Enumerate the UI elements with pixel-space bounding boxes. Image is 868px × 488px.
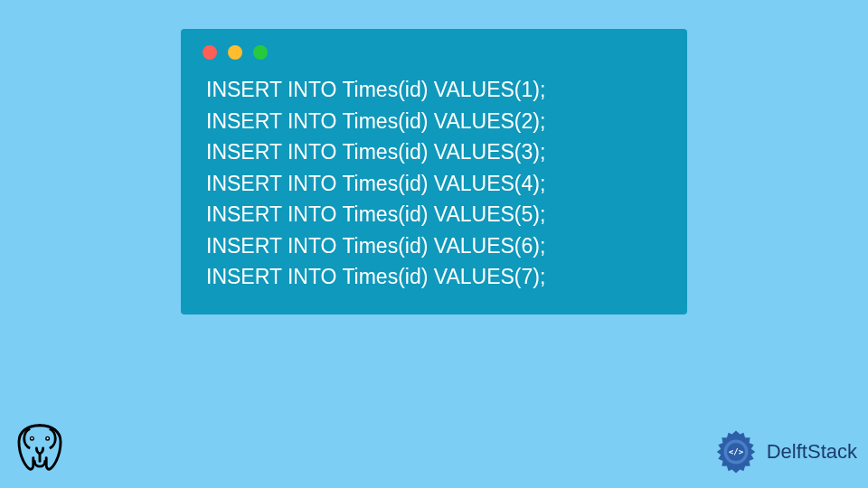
code-line: INSERT INTO Times(id) VALUES(2); xyxy=(206,106,665,137)
minimize-icon xyxy=(228,45,242,60)
code-line: INSERT INTO Times(id) VALUES(1); xyxy=(206,74,665,106)
delftstack-label: DelftStack xyxy=(767,440,857,464)
code-line: INSERT INTO Times(id) VALUES(7); xyxy=(206,261,665,293)
svg-point-0 xyxy=(31,436,34,440)
svg-point-1 xyxy=(46,436,50,440)
code-window: INSERT INTO Times(id) VALUES(1); INSERT … xyxy=(181,29,687,314)
postgresql-logo-icon xyxy=(7,416,72,481)
maximize-icon xyxy=(253,45,268,60)
delftstack-logo: </> DelftStack xyxy=(711,427,857,477)
svg-text:</>: </> xyxy=(729,447,743,456)
code-line: INSERT INTO Times(id) VALUES(5); xyxy=(206,199,665,230)
code-line: INSERT INTO Times(id) VALUES(6); xyxy=(206,230,665,262)
code-line: INSERT INTO Times(id) VALUES(4); xyxy=(206,168,665,200)
window-controls xyxy=(203,45,665,60)
code-content: INSERT INTO Times(id) VALUES(1); INSERT … xyxy=(203,74,665,293)
close-icon xyxy=(203,45,217,60)
delftstack-badge-icon: </> xyxy=(711,427,761,477)
code-line: INSERT INTO Times(id) VALUES(3); xyxy=(206,136,665,168)
